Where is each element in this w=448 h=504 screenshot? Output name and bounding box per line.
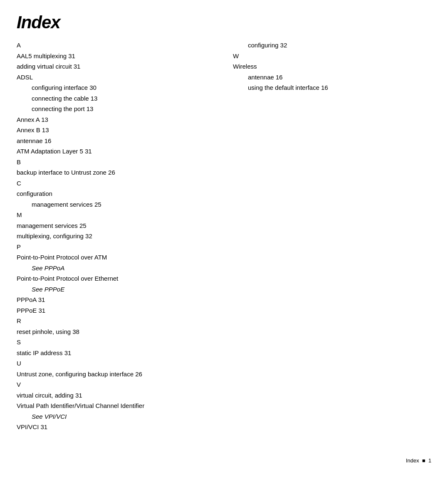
index-entry: Annex B 13 xyxy=(17,125,233,136)
index-entry: Wireless xyxy=(233,61,431,72)
index-columns: AAAL5 multiplexing 31adding virtual circ… xyxy=(17,40,431,432)
section-letter: A xyxy=(17,40,233,51)
index-entry: virtual circuit, adding 31 xyxy=(17,390,233,401)
index-entry: configuring interface 30 xyxy=(17,82,233,93)
section-letter: V xyxy=(17,379,233,390)
index-entry: See PPPoA xyxy=(17,263,233,274)
index-entry: using the default interface 16 xyxy=(233,82,431,93)
section-letter: S xyxy=(17,337,233,348)
index-entry: See VPI/VCI xyxy=(17,411,233,422)
index-entry: ATM Adaptation Layer 5 31 xyxy=(17,146,233,157)
index-entry: Annex A 13 xyxy=(17,114,233,125)
section-letter: C xyxy=(17,178,233,189)
index-entry: See PPPoE xyxy=(17,284,233,295)
index-entry: antennae 16 xyxy=(17,136,233,146)
section-letter: U xyxy=(17,358,233,369)
page-footer: Index ■ 1 xyxy=(17,457,431,464)
index-entry: Point-to-Point Protocol over Ethernet xyxy=(17,273,233,284)
index-entry: Untrust zone, configuring backup interfa… xyxy=(17,369,233,380)
index-entry: adding virtual circuit 31 xyxy=(17,61,233,72)
index-entry: AAL5 multiplexing 31 xyxy=(17,51,233,62)
index-entry: ADSL xyxy=(17,72,233,83)
index-entry: management services 25 xyxy=(17,220,233,231)
index-entry: reset pinhole, using 38 xyxy=(17,326,233,337)
index-entry: configuration xyxy=(17,188,233,199)
index-entry: connecting the cable 13 xyxy=(17,93,233,104)
page-title: Index xyxy=(17,12,431,32)
section-letter: R xyxy=(17,316,233,326)
section-letter: P xyxy=(17,242,233,252)
section-letter: W xyxy=(233,51,431,62)
index-entry: static IP address 31 xyxy=(17,348,233,358)
index-entry: antennae 16 xyxy=(233,72,431,83)
index-entry: configuring 32 xyxy=(233,40,431,51)
section-letter: B xyxy=(17,157,233,168)
index-entry: Virtual Path Identifier/Virtual Channel … xyxy=(17,400,233,411)
section-letter: M xyxy=(17,210,233,220)
index-entry: PPPoA 31 xyxy=(17,294,233,305)
index-entry: PPPoE 31 xyxy=(17,305,233,316)
right-column: configuring 32WWirelessantennae 16using … xyxy=(233,40,431,93)
index-entry: multiplexing, configuring 32 xyxy=(17,231,233,242)
index-entry: management services 25 xyxy=(17,199,233,210)
index-entry: connecting the port 13 xyxy=(17,104,233,114)
footer-text: Index ■ 1 xyxy=(406,457,431,464)
index-entry: Point-to-Point Protocol over ATM xyxy=(17,252,233,263)
left-column: AAAL5 multiplexing 31adding virtual circ… xyxy=(17,40,233,432)
index-entry: VPI/VCI 31 xyxy=(17,422,233,432)
index-entry: backup interface to Untrust zone 26 xyxy=(17,167,233,178)
